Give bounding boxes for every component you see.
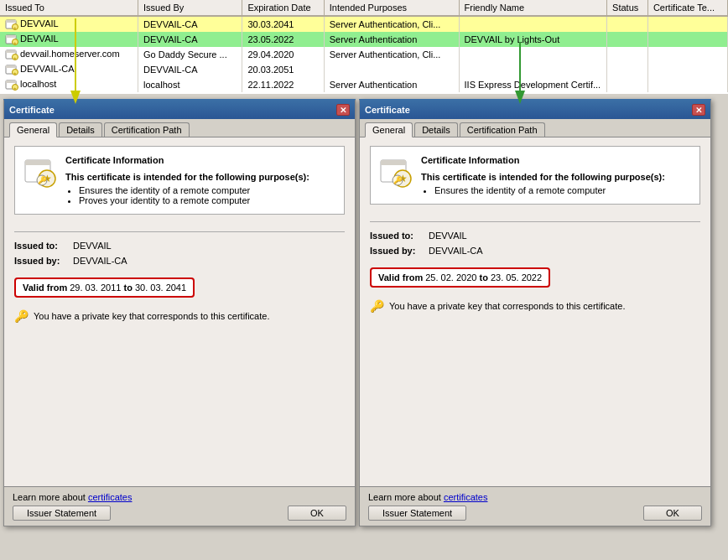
cell-expiration: 20.03.2051 [242,62,324,77]
learn-more-link-1[interactable]: certificates [88,492,133,502]
col-issued-by[interactable]: Issued By [138,0,242,16]
svg-rect-9 [6,50,16,53]
issuer-statement-btn-1[interactable]: Issuer Statement [13,506,111,521]
cell-status [607,47,648,62]
table-row[interactable]: ★ DEVVAIL DEVVAIL-CA 30.03.2041 Server A… [0,16,728,32]
tab-details-1[interactable]: Details [59,122,102,137]
svg-text:★: ★ [13,86,17,91]
cell-expiration: 23.05.2022 [242,32,324,47]
cell-intended: Server Authentication [324,77,459,92]
cell-issued-by: Go Daddy Secure ... [138,47,242,62]
table-row[interactable]: ★ DEVVAIL-CA DEVVAIL-CA 20.03.2051 [0,62,728,77]
cell-intended: Server Authentication [324,32,459,47]
cell-expiration: 29.04.2020 [242,47,324,62]
cell-certte [647,62,727,77]
col-status[interactable]: Status [607,0,648,16]
cell-friendly [459,16,607,32]
private-key-text-1: You have a private key that corresponds … [34,311,269,321]
cell-issued-by: localhost [138,77,242,92]
issued-by-value-1: DEVVAIL-CA [73,256,127,266]
valid-to-label-1: to [123,283,132,293]
cell-status [607,77,648,92]
svg-text:★: ★ [13,41,17,45]
valid-from-date-2: 25. 02. 2020 [425,272,476,283]
cert-purpose-1: This certificate is intended for the fol… [65,172,335,182]
valid-to-date-1: 30. 03. 2041 [135,283,186,293]
learn-more-text-1: Learn more about [13,492,88,502]
cell-issued-by: DEVVAIL-CA [138,62,242,77]
cell-issued-to: ★ DEVVAIL [0,32,138,47]
tab-details-2[interactable]: Details [414,122,458,137]
table-row[interactable]: ★ localhost localhost 22.11.2022 Server … [0,77,728,92]
cell-friendly: DEVVAIL by Lights-Out [459,32,607,47]
cert-bullets-1: Ensures the identity of a remote compute… [79,185,335,205]
learn-more-text-2: Learn more about [368,492,444,502]
ok-btn-2[interactable]: OK [643,506,702,521]
learn-more-1: Learn more about certificates [13,492,346,502]
cert-info-box-2: ★ 🔑 Certificate Information This certifi… [370,146,700,205]
issued-by-value-2: DEVVAIL-CA [429,246,483,256]
cert-info-text-1: Certificate Information This certificate… [65,155,335,205]
valid-to-date-2: 23. 05. 2022 [491,272,542,283]
footer-buttons-2: Issuer Statement OK [368,506,702,521]
dialog-2-content: ★ 🔑 Certificate Information This certifi… [360,137,710,486]
cert-table-container: Issued To Issued By Expiration Date Inte… [0,0,728,94]
table-row[interactable]: ★ DEVVAIL DEVVAIL-CA 23.05.2022 Server A… [0,32,728,47]
cell-friendly [459,62,607,77]
cert-list-area: Issued To Issued By Expiration Date Inte… [0,0,728,94]
dialog-2-close[interactable]: ✕ [692,104,705,116]
cell-friendly [459,47,607,62]
dialog-1-close[interactable]: ✕ [336,104,350,116]
cell-certte [647,32,727,47]
dialog-1-title: Certificate [9,105,55,115]
tab-general-1[interactable]: General [9,122,57,137]
svg-rect-21 [25,160,50,165]
col-expiration[interactable]: Expiration Date [242,0,324,16]
dialog-1-tabs: General Details Certification Path [4,119,355,137]
dialog-1-footer: Learn more about certificates Issuer Sta… [4,486,355,526]
col-issued-to[interactable]: Issued To [0,0,138,16]
cell-status [607,32,648,47]
valid-from-date-1: 29. 03. 2011 [70,283,121,293]
key-icon-2: 🔑 [370,299,384,313]
table-row[interactable]: ★ devvail.homeserver.com Go Daddy Secure… [0,47,728,62]
cert-badge-1: ★ 🔑 [23,155,57,189]
learn-more-2: Learn more about certificates [368,492,702,502]
svg-rect-5 [6,35,16,38]
issued-to-field-2: Issued to: DEVVAIL [370,231,700,241]
dialog-2-title: Certificate [365,105,410,115]
private-key-note-2: 🔑 You have a private key that correspond… [370,299,700,313]
issued-to-value-2: DEVVAIL [429,231,467,241]
valid-box-1: Valid from 29. 03. 2011 to 30. 03. 2041 [14,277,195,298]
cell-issued-to: ★ localhost [0,77,138,92]
tab-certpath-1[interactable]: Certification Path [104,122,190,137]
bullet-item: Ensures the identity of a remote compute… [434,185,691,195]
valid-to-label-2: to [479,272,487,283]
cell-intended [324,62,459,77]
ok-btn-1[interactable]: OK [288,506,346,521]
cert-purpose-2: This certificate is intended for the fol… [421,172,691,182]
issuer-statement-btn-2[interactable]: Issuer Statement [368,506,466,521]
tab-general-2[interactable]: General [365,122,413,137]
col-certte[interactable]: Certificate Te... [647,0,727,16]
cert-badge-2: ★ 🔑 [379,155,413,189]
valid-from-label-2: Valid from [378,272,423,283]
cert-details-1: Issued to: DEVVAIL Issued by: DEVVAIL-CA… [14,231,345,323]
issued-by-label-1: Issued by: [14,256,73,266]
col-intended[interactable]: Intended Purposes [324,0,459,16]
cell-certte [647,16,727,32]
issued-to-field-1: Issued to: DEVVAIL [14,241,345,251]
svg-text:★: ★ [13,71,17,75]
cell-expiration: 30.03.2041 [242,16,324,32]
dialog-2-tabs: General Details Certification Path [360,119,710,137]
svg-text:🔑: 🔑 [393,175,403,185]
svg-text:★: ★ [13,26,17,30]
cert-details-2: Issued to: DEVVAIL Issued by: DEVVAIL-CA… [370,221,700,313]
cert-info-text-2: Certificate Information This certificate… [421,155,691,195]
col-friendly[interactable]: Friendly Name [459,0,607,16]
dialog-1: Certificate ✕ General Details Certificat… [3,99,356,526]
cell-certte [647,77,727,92]
bullet-item: Ensures the identity of a remote compute… [79,185,335,195]
learn-more-link-2[interactable]: certificates [444,492,488,502]
tab-certpath-2[interactable]: Certification Path [460,122,545,137]
